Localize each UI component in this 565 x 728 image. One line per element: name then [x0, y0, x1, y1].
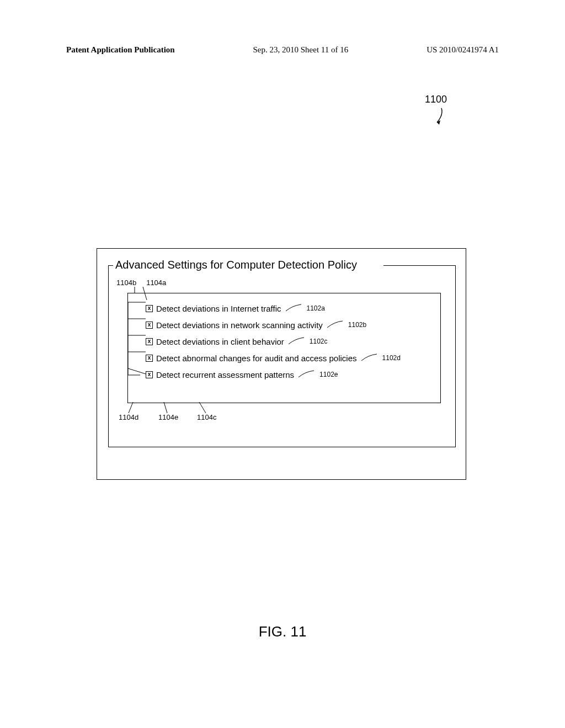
callout-line-icon: [360, 353, 379, 363]
label-1104e: 1104e: [158, 413, 178, 421]
fieldset-legend: Advanced Settings for Computer Detection…: [114, 259, 358, 271]
header-left: Patent Application Publication: [66, 45, 175, 55]
svg-line-1: [164, 402, 167, 413]
option-label: Detect deviations in Internet traffic: [156, 304, 281, 313]
label-1104b: 1104b: [116, 279, 136, 287]
callout-line-icon: [285, 303, 303, 313]
option-row-1102e: x Detect recurrent assessment patterns 1…: [146, 370, 338, 379]
ref-1102d: 1102d: [382, 354, 401, 362]
option-label: Detect deviations in network scanning ac…: [156, 320, 323, 330]
svg-line-2: [199, 402, 206, 413]
bottom-leader-ticks-icon: [124, 401, 223, 414]
option-row-1102d: x Detect abnormal changes for audit and …: [146, 353, 401, 363]
leader-labels-top: 1104b 1104a: [116, 279, 166, 287]
root-ref-number: 1100: [425, 94, 447, 105]
dialog-window: Advanced Settings for Computer Detection…: [97, 248, 466, 480]
ref-1102a: 1102a: [307, 304, 325, 312]
page-header: Patent Application Publication Sep. 23, …: [66, 45, 499, 55]
leader-bracket-icon: [118, 287, 151, 408]
option-label: Detect recurrent assessment patterns: [156, 370, 294, 379]
option-row-1102b: x Detect deviations in network scanning …: [146, 320, 366, 330]
ref-1102e: 1102e: [319, 371, 338, 378]
settings-fieldset: Advanced Settings for Computer Detection…: [108, 265, 456, 447]
ref-1102b: 1102b: [348, 321, 366, 329]
label-1104c: 1104c: [197, 413, 216, 421]
option-label: Detect deviations in client behavior: [156, 337, 284, 346]
label-1104d: 1104d: [119, 413, 138, 421]
callout-line-icon: [326, 320, 345, 330]
root-ref-arrow-icon: [434, 107, 446, 125]
option-label: Detect abnormal changes for audit and ac…: [156, 354, 357, 363]
header-center: Sep. 23, 2010 Sheet 11 of 16: [253, 45, 349, 55]
callout-line-icon: [287, 336, 306, 346]
label-1104a: 1104a: [146, 279, 166, 287]
callout-line-icon: [297, 370, 316, 379]
option-row-1102a: x Detect deviations in Internet traffic …: [146, 303, 325, 313]
ref-1102c: 1102c: [310, 338, 328, 345]
svg-line-0: [129, 402, 133, 413]
figure-caption: FIG. 11: [0, 623, 565, 640]
options-panel: x Detect deviations in Internet traffic …: [127, 293, 441, 403]
option-row-1102c: x Detect deviations in client behavior 1…: [146, 336, 328, 346]
header-right: US 2010/0241974 A1: [427, 45, 499, 55]
